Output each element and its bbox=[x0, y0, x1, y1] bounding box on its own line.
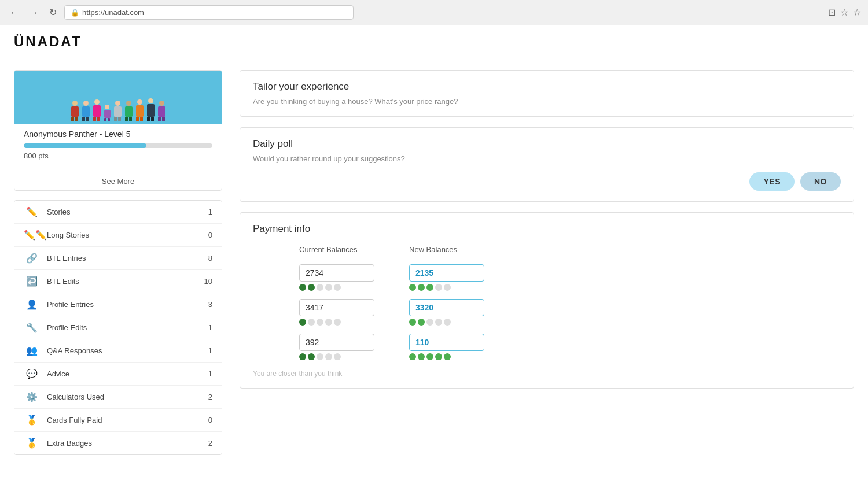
stats-icon: 💬 bbox=[24, 368, 40, 379]
stats-row[interactable]: ↩️ BTL Edits 10 bbox=[14, 270, 222, 293]
current-dots bbox=[299, 353, 374, 360]
current-balance-input[interactable] bbox=[299, 299, 374, 316]
payment-title: Payment info bbox=[253, 223, 841, 235]
current-balance-input[interactable] bbox=[299, 334, 374, 351]
tailor-subtitle: Are you thinking of buying a house? What… bbox=[253, 97, 841, 106]
stats-count: 0 bbox=[201, 416, 212, 424]
menu-icon: ☆ bbox=[853, 7, 861, 18]
profile-info: Anonymous Panther - Level 5 800 pts bbox=[14, 124, 222, 172]
stats-icon: 🥇 bbox=[24, 438, 40, 449]
new-balances-header: New Balances bbox=[409, 245, 484, 254]
stats-label: Q&A Responses bbox=[47, 346, 194, 355]
new-balance-group bbox=[409, 299, 484, 326]
profile-pts: 800 pts bbox=[24, 151, 212, 160]
stats-count: 1 bbox=[201, 323, 212, 332]
stats-count: 2 bbox=[201, 439, 212, 448]
poll-yes-button[interactable]: YES bbox=[749, 172, 795, 191]
stats-row[interactable]: ✏️✏️ Long Stories 0 bbox=[14, 224, 222, 247]
stats-label: BTL Edits bbox=[47, 277, 194, 286]
poll-title: Daily poll bbox=[253, 138, 841, 150]
poll-section: Daily poll Would you rather round up you… bbox=[240, 127, 854, 202]
stats-row[interactable]: ⚙️ Calculators Used 2 bbox=[14, 386, 222, 409]
stats-icon: 🔗 bbox=[24, 253, 40, 264]
new-dots bbox=[409, 284, 484, 291]
stats-count: 1 bbox=[201, 208, 212, 216]
tab-icon: ⊡ bbox=[828, 7, 836, 18]
main-content: Anonymous Panther - Level 5 800 pts See … bbox=[0, 58, 868, 467]
stats-card: ✏️ Stories 1 ✏️✏️ Long Stories 0 🔗 BTL E… bbox=[14, 200, 222, 455]
stats-row[interactable]: 💬 Advice 1 bbox=[14, 363, 222, 386]
stats-count: 2 bbox=[201, 393, 212, 401]
progress-bar-fill bbox=[24, 143, 146, 148]
profile-banner bbox=[14, 71, 222, 124]
site-logo: ÜNADAT bbox=[14, 34, 854, 50]
new-balance-input[interactable] bbox=[409, 299, 484, 316]
stats-count: 0 bbox=[201, 231, 212, 239]
stats-label: BTL Entries bbox=[47, 254, 194, 263]
current-balances-col: Current Balances bbox=[299, 245, 374, 360]
stats-row[interactable]: 🥇 Extra Badges 2 bbox=[14, 432, 222, 454]
stats-label: Profile Edits bbox=[47, 323, 194, 332]
left-column: Anonymous Panther - Level 5 800 pts See … bbox=[14, 70, 222, 455]
payment-balances: Current Balances New Balances bbox=[299, 245, 841, 360]
stats-row[interactable]: 🥇 Cards Fully Paid 0 bbox=[14, 409, 222, 432]
current-balances-header: Current Balances bbox=[299, 245, 374, 254]
stats-icon: ↩️ bbox=[24, 276, 40, 287]
forward-button[interactable]: → bbox=[27, 6, 42, 19]
current-dots bbox=[299, 319, 374, 326]
new-balance-input[interactable] bbox=[409, 264, 484, 282]
stats-row[interactable]: ✏️ Stories 1 bbox=[14, 201, 222, 224]
stats-row[interactable]: 👤 Profile Entries 3 bbox=[14, 293, 222, 316]
new-dots bbox=[409, 319, 484, 326]
browser-toolbar: ← → ↻ 🔒 https://unadat.com ⊡ ☆ ☆ bbox=[0, 0, 868, 25]
poll-question: Would you rather round up your suggestio… bbox=[253, 154, 841, 163]
stats-row[interactable]: 👥 Q&A Responses 1 bbox=[14, 339, 222, 363]
stats-count: 1 bbox=[201, 369, 212, 378]
current-balance-group bbox=[299, 334, 374, 360]
progress-bar-container bbox=[24, 143, 212, 148]
stats-count: 10 bbox=[201, 277, 212, 286]
new-dots bbox=[409, 353, 484, 360]
stats-count: 3 bbox=[201, 300, 212, 309]
back-button[interactable]: ← bbox=[7, 6, 22, 19]
bookmark-icon: ☆ bbox=[840, 7, 848, 18]
refresh-button[interactable]: ↻ bbox=[46, 6, 60, 19]
current-dots bbox=[299, 284, 374, 291]
address-bar[interactable]: 🔒 https://unadat.com bbox=[64, 5, 354, 20]
tailor-section: Tailor your experience Are you thinking … bbox=[240, 70, 854, 117]
stats-row[interactable]: 🔗 BTL Entries 8 bbox=[14, 247, 222, 270]
new-balance-group bbox=[409, 264, 484, 291]
profile-name: Anonymous Panther - Level 5 bbox=[24, 130, 212, 139]
stats-label: Long Stories bbox=[47, 231, 194, 239]
new-balance-input[interactable] bbox=[409, 334, 484, 351]
stats-count: 8 bbox=[201, 254, 212, 263]
see-more-button[interactable]: See More bbox=[14, 172, 222, 190]
stats-label: Extra Badges bbox=[47, 439, 194, 448]
stats-label: Stories bbox=[47, 208, 194, 216]
stats-label: Profile Entries bbox=[47, 300, 194, 309]
stats-icon: ⚙️ bbox=[24, 391, 40, 402]
stats-icon: ✏️ bbox=[24, 206, 40, 217]
new-balances-col: New Balances bbox=[409, 245, 484, 360]
payment-hint: You are closer than you think bbox=[253, 369, 841, 378]
new-balance-group bbox=[409, 334, 484, 360]
stats-icon: 👥 bbox=[24, 345, 40, 356]
current-balance-group bbox=[299, 299, 374, 326]
stats-icon: ✏️✏️ bbox=[24, 230, 40, 241]
tailor-title: Tailor your experience bbox=[253, 81, 841, 93]
stats-icon: 🔧 bbox=[24, 322, 40, 333]
current-balance-input[interactable] bbox=[299, 264, 374, 282]
stats-label: Advice bbox=[47, 369, 194, 378]
browser-actions: ⊡ ☆ ☆ bbox=[828, 7, 861, 18]
payment-section: Payment info Current Balances New Balanc… bbox=[240, 212, 854, 389]
profile-card: Anonymous Panther - Level 5 800 pts See … bbox=[14, 70, 222, 191]
stats-icon: 🥇 bbox=[24, 415, 40, 426]
stats-row[interactable]: 🔧 Profile Edits 1 bbox=[14, 316, 222, 339]
stats-label: Calculators Used bbox=[47, 393, 194, 401]
stats-icon: 👤 bbox=[24, 299, 40, 310]
right-column: Tailor your experience Are you thinking … bbox=[240, 70, 854, 455]
poll-no-button[interactable]: NO bbox=[800, 172, 841, 191]
stats-count: 1 bbox=[201, 346, 212, 355]
stats-label: Cards Fully Paid bbox=[47, 416, 194, 424]
poll-buttons: YES NO bbox=[253, 172, 841, 191]
